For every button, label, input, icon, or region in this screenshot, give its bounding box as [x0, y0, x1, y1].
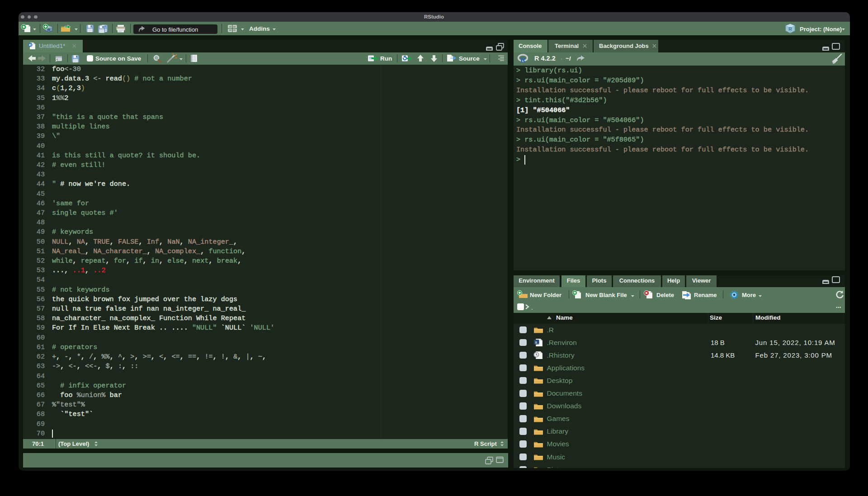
svg-text:R: R — [520, 56, 526, 64]
svg-text:R: R — [29, 43, 32, 47]
svg-text:s_: s_ — [535, 340, 540, 345]
svg-text:R: R — [788, 26, 792, 32]
